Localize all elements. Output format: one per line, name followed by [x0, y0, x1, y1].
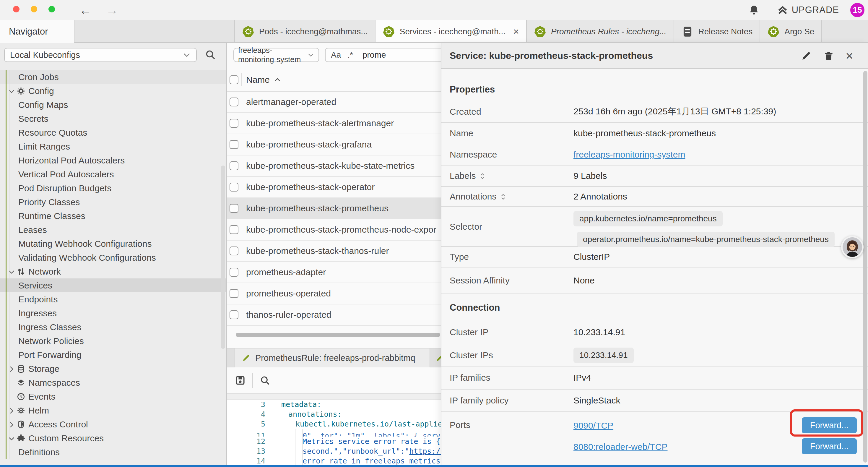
- sidebar-item-priority-classes[interactable]: Priority Classes: [0, 195, 226, 209]
- sidebar-item-network-policies[interactable]: Network Policies: [0, 334, 226, 348]
- sidebar-item-vertical-pod-autoscalers[interactable]: Vertical Pod Autoscalers: [0, 167, 226, 181]
- tab-pods-icecheng-mathmas[interactable]: Pods - icecheng@mathmas...: [234, 20, 375, 43]
- upgrade-button[interactable]: UPGRADE: [777, 4, 839, 16]
- chevron-right-icon[interactable]: [8, 420, 16, 428]
- port-link-9090[interactable]: 9090/TCP: [574, 420, 613, 431]
- chevron-down-icon[interactable]: [8, 87, 16, 95]
- sidebar-item-pod-disruption-budgets[interactable]: Pod Disruption Budgets: [0, 181, 226, 195]
- table-row-prometheus-adapter[interactable]: prometheus-adapter: [227, 262, 441, 283]
- tab-services-icecheng-math[interactable]: Services - icecheng@math...×: [375, 20, 527, 43]
- row-checkbox[interactable]: [229, 162, 239, 170]
- sidebar-item-ingresses[interactable]: Ingresses: [0, 306, 226, 320]
- select-all-checkbox[interactable]: [229, 76, 239, 84]
- case-sensitive-toggle[interactable]: Aa: [331, 50, 341, 60]
- sidebar-item-access-control[interactable]: Access Control: [0, 417, 226, 431]
- table-row-kube-prometheus-stack-kube-state-metrics[interactable]: kube-prometheus-stack-kube-state-metrics: [227, 155, 441, 177]
- sidebar-scrollbar[interactable]: [221, 166, 225, 349]
- sidebar-item-resource-quotas[interactable]: Resource Quotas: [0, 126, 226, 140]
- window-zoom-button[interactable]: [49, 6, 55, 12]
- forward-port-button[interactable]: Forward...: [802, 438, 857, 454]
- row-checkbox[interactable]: [229, 310, 239, 319]
- row-checkbox[interactable]: [229, 140, 239, 149]
- sidebar-item-storage[interactable]: Storage: [0, 362, 226, 376]
- chevron-right-icon[interactable]: [8, 365, 16, 373]
- sidebar-item-endpoints[interactable]: Endpoints: [0, 292, 226, 306]
- sidebar-item-port-forwarding[interactable]: Port Forwarding: [0, 348, 226, 362]
- tab-argo-se[interactable]: Argo Se: [760, 20, 822, 43]
- table-row-kube-prometheus-stack-operator[interactable]: kube-prometheus-stack-operator: [227, 177, 441, 198]
- editor-search-icon[interactable]: [259, 375, 271, 386]
- table-row-kube-prometheus-stack-grafana[interactable]: kube-prometheus-stack-grafana: [227, 134, 441, 155]
- namespace-selector[interactable]: freeleaps-monitoring-system: [234, 48, 319, 62]
- table-row-kube-prometheus-stack-alertmanager[interactable]: kube-prometheus-stack-alertmanager: [227, 113, 441, 134]
- notifications-bell-icon[interactable]: [748, 4, 760, 16]
- sidebar-item-helm[interactable]: Helm: [0, 404, 226, 417]
- chevron-down-icon[interactable]: [8, 435, 16, 442]
- table-row-kube-prometheus-stack-prometheus-node-expor[interactable]: kube-prometheus-stack-prometheus-node-ex…: [227, 219, 441, 241]
- window-minimize-button[interactable]: [31, 6, 37, 12]
- tab-release-notes[interactable]: Release Notes: [674, 20, 761, 43]
- table-row-alertmanager-operated[interactable]: alertmanager-operated: [227, 92, 441, 113]
- table-row-prometheus-operated[interactable]: prometheus-operated: [227, 283, 441, 304]
- close-icon[interactable]: ×: [845, 50, 853, 61]
- created-value: 253d 16h 6m ago (2025年1月13日 GMT+8 1:25:3…: [574, 101, 776, 122]
- table-row-thanos-ruler-operated[interactable]: thanos-ruler-operated: [227, 304, 441, 326]
- editor-tab-prometheusrule[interactable]: PrometheusRule: freeleaps-prod-rabbitmq: [235, 348, 430, 368]
- user-avatar[interactable]: [841, 236, 864, 258]
- row-checkbox[interactable]: [229, 225, 239, 234]
- sidebar-item-horizontal-pod-autoscalers[interactable]: Horizontal Pod Autoscalers: [0, 153, 226, 167]
- sidebar-item-limit-ranges[interactable]: Limit Ranges: [0, 140, 226, 153]
- notification-count-badge[interactable]: 15: [850, 3, 864, 17]
- regex-toggle[interactable]: .*: [347, 50, 353, 60]
- port-link-8080[interactable]: 8080:reloader-web/TCP: [574, 442, 668, 452]
- sidebar-item-mutating-webhook-configurations[interactable]: Mutating Webhook Configurations: [0, 237, 226, 251]
- sidebar-item-validating-webhook-configurations[interactable]: Validating Webhook Configurations: [0, 251, 226, 265]
- navigator-tab[interactable]: Navigator: [0, 20, 74, 43]
- sidebar-item-services[interactable]: Services: [0, 279, 226, 292]
- expand-updown-icon[interactable]: [500, 193, 506, 200]
- save-icon[interactable]: [235, 375, 246, 386]
- table-search-input[interactable]: Aa .* prome: [325, 48, 441, 62]
- sidebar-item-definitions[interactable]: Definitions: [0, 445, 226, 459]
- search-icon[interactable]: [205, 49, 217, 62]
- table-row-kube-prometheus-stack-thanos-ruler[interactable]: kube-prometheus-stack-thanos-ruler: [227, 241, 441, 262]
- namespace-link[interactable]: freeleaps-monitoring-system: [574, 150, 685, 159]
- chevron-right-icon[interactable]: [8, 407, 16, 414]
- yaml-editor[interactable]: 3metadata:4annotations:5kubectl.kubernet…: [227, 400, 441, 465]
- sort-ascending-icon[interactable]: [274, 76, 281, 83]
- delete-trash-icon[interactable]: [823, 50, 834, 61]
- sidebar-item-leases[interactable]: Leases: [0, 223, 226, 237]
- drawer-scrollbar[interactable]: [863, 71, 867, 463]
- chevron-down-icon[interactable]: [8, 268, 16, 275]
- tab-prometheus-rules-icecheng[interactable]: Prometheus Rules - icecheng...: [527, 20, 674, 43]
- row-checkbox[interactable]: [229, 97, 239, 107]
- sidebar-item-network[interactable]: Network: [0, 265, 226, 279]
- sidebar-item-custom-resources[interactable]: Custom Resources: [0, 431, 226, 445]
- sidebar-item-ingress-classes[interactable]: Ingress Classes: [0, 320, 226, 334]
- name-column-header[interactable]: Name: [246, 75, 270, 85]
- window-close-button[interactable]: [13, 6, 20, 12]
- forward-button[interactable]: →: [106, 0, 118, 20]
- sidebar-item-events[interactable]: Events: [0, 389, 226, 404]
- row-checkbox[interactable]: [229, 268, 239, 276]
- sidebar-item-config[interactable]: Config: [0, 84, 226, 98]
- expand-updown-icon[interactable]: [479, 172, 486, 180]
- table-row-kube-prometheus-stack-prometheus[interactable]: kube-prometheus-stack-prometheus: [227, 198, 441, 219]
- sidebar-item-secrets[interactable]: Secrets: [0, 112, 226, 126]
- sidebar-item-cron-jobs[interactable]: Cron Jobs: [0, 70, 226, 84]
- table-horizontal-scrollbar[interactable]: [236, 333, 440, 337]
- kubeconfig-selector[interactable]: Local Kubeconfigs: [4, 48, 197, 62]
- row-checkbox[interactable]: [229, 183, 239, 192]
- row-checkbox[interactable]: [229, 289, 239, 298]
- sidebar-item-config-maps[interactable]: Config Maps: [0, 98, 226, 112]
- edit-pencil-icon[interactable]: [801, 50, 812, 61]
- code-url-link[interactable]: https://net: [409, 447, 441, 456]
- row-checkbox[interactable]: [229, 119, 239, 128]
- back-button[interactable]: ←: [79, 0, 92, 20]
- editor-tab-partial[interactable]: [431, 348, 441, 368]
- row-checkbox[interactable]: [229, 246, 239, 255]
- row-checkbox[interactable]: [229, 204, 239, 213]
- sidebar-item-runtime-classes[interactable]: Runtime Classes: [0, 209, 226, 223]
- close-icon[interactable]: ×: [510, 26, 519, 37]
- sidebar-item-namespaces[interactable]: Namespaces: [0, 376, 226, 389]
